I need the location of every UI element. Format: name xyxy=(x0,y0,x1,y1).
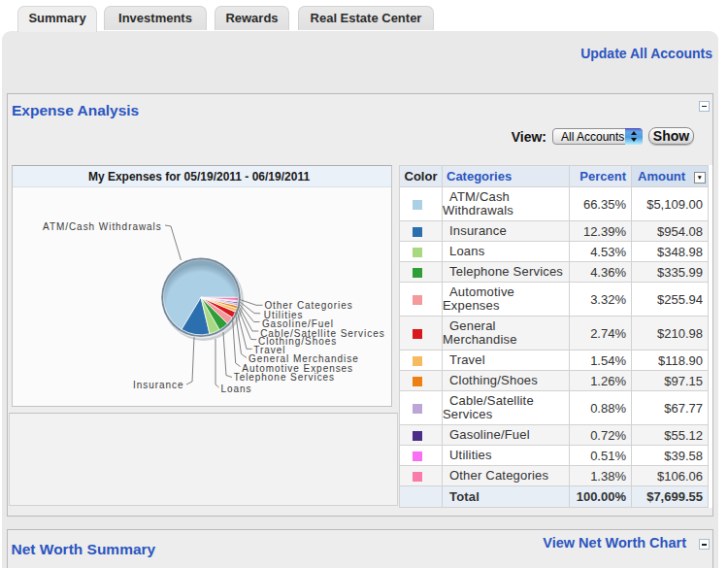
svg-text:Insurance: Insurance xyxy=(133,380,183,390)
svg-text:ATM/Cash Withdrawals: ATM/Cash Withdrawals xyxy=(43,221,162,232)
svg-text:Telephone Services: Telephone Services xyxy=(234,372,335,383)
svg-text:Loans: Loans xyxy=(221,384,252,394)
